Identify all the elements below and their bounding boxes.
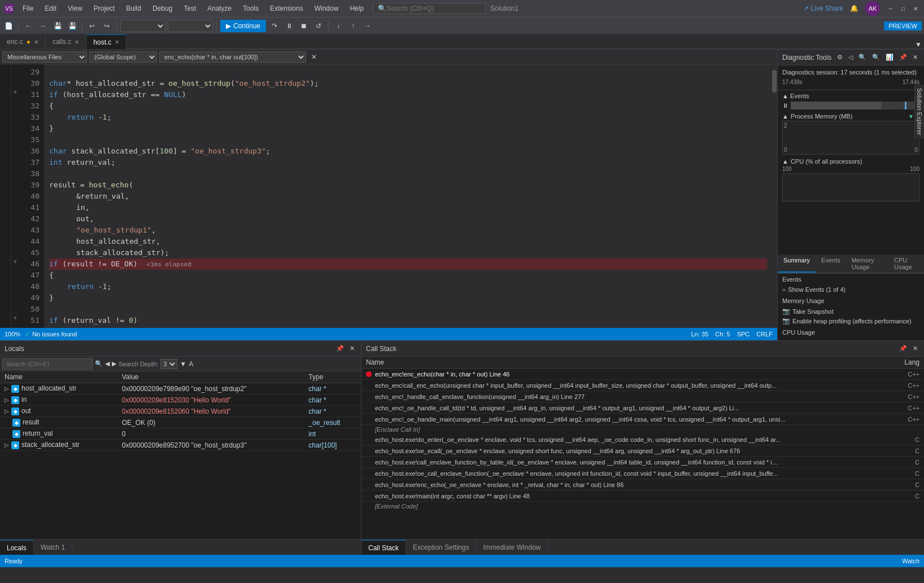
search-input[interactable]	[386, 5, 465, 12]
cs-row[interactable]: echo_enc!_oe_handle_main(unsigned __int6…	[361, 414, 924, 425]
step-over-button[interactable]: ↷	[268, 20, 281, 32]
forward-button[interactable]: →	[37, 20, 49, 32]
menu-edit[interactable]: Edit	[40, 2, 61, 15]
scroll-thumb[interactable]	[772, 70, 777, 93]
heap-profiling-btn[interactable]: 📷 Enable heap profiling (affects perform…	[782, 316, 919, 326]
table-row[interactable]: ▷◆stack_allocated_str0x00000209e8952700 …	[0, 440, 361, 451]
events-section-title[interactable]: ▲ Events	[782, 93, 919, 99]
save-button[interactable]: 💾	[51, 20, 64, 32]
tab-host-c-close[interactable]: ✕	[115, 39, 119, 45]
platform-dropdown[interactable]	[168, 20, 213, 32]
tab-exception-settings[interactable]: Exception Settings	[406, 540, 476, 555]
menu-help[interactable]: Help	[345, 2, 368, 15]
diagnostic-close-button[interactable]: ✕	[911, 54, 919, 61]
cs-row[interactable]: echo_enc!call_enc_echo(unsigned char * i…	[361, 380, 924, 391]
diagnostic-zoom-button[interactable]: 🔍	[870, 54, 882, 61]
menu-extensions[interactable]: Extensions	[265, 2, 308, 15]
locals-pin-button[interactable]: 📌	[334, 345, 346, 352]
locals-close-button[interactable]: ✕	[348, 345, 356, 352]
diagnostic-search-button[interactable]: 🔍	[857, 54, 868, 61]
diag-tab-cpu[interactable]: CPU Usage	[888, 255, 924, 273]
cs-row[interactable]: echo_host.exe!main(int argc, const char …	[361, 490, 924, 502]
menu-analyze[interactable]: Analyze	[203, 2, 236, 15]
show-events-row[interactable]: » Show Events (1 of 4)	[782, 285, 919, 294]
table-row[interactable]: ▷◆in0x00000209e8152030 "Hello World"char…	[0, 394, 361, 406]
cs-row[interactable]: echo_host.exe!oe_call_enclave_function(_…	[361, 468, 924, 479]
call-stack-pin-button[interactable]: 📌	[897, 345, 909, 352]
tab-enc-c-close[interactable]: ✕	[34, 39, 38, 45]
cs-row[interactable]: echo_host.exe!enc_echo(_oe_enclave * enc…	[361, 479, 924, 490]
preview-button[interactable]: PREVIEW	[884, 21, 922, 30]
diagnostic-chart-button[interactable]: 📊	[884, 54, 895, 61]
maximize-button[interactable]: □	[899, 5, 907, 12]
menu-file[interactable]: File	[18, 2, 38, 15]
diagnostic-nav-back[interactable]: ◁	[847, 54, 855, 61]
format-icon[interactable]: A	[189, 360, 193, 368]
cs-row[interactable]: echo_host.exe!call_enclave_function_by_t…	[361, 457, 924, 468]
minimize-button[interactable]: ─	[887, 5, 895, 12]
table-row[interactable]: ◆resultOE_OK (0)_oe_result	[0, 417, 361, 428]
cs-row[interactable]: echo_enc!_oe_handle_call_td(td * td, uns…	[361, 402, 924, 414]
config-dropdown[interactable]	[120, 20, 165, 32]
close-button[interactable]: ✕	[912, 5, 919, 12]
tab-calls-c-close[interactable]: ✕	[75, 39, 79, 45]
watch-tab-label[interactable]: Watch	[902, 558, 919, 564]
menu-test[interactable]: Test	[179, 2, 201, 15]
menu-project[interactable]: Project	[89, 2, 119, 15]
back-button[interactable]: ←	[22, 20, 34, 32]
menu-build[interactable]: Build	[121, 2, 146, 15]
search-box[interactable]: 🔍	[373, 3, 486, 14]
stop-button[interactable]: ⏹	[298, 20, 310, 32]
notifications-icon[interactable]: 🔔	[850, 5, 858, 12]
table-row[interactable]: ▷◆host_allocated_str0x00000209e7989e90 "…	[0, 383, 361, 394]
tab-enc-c[interactable]: enc.c ● ✕	[0, 34, 46, 49]
menu-tools[interactable]: Tools	[238, 2, 263, 15]
code-content[interactable]: char* host_allocated_str = oe_host_strdu…	[45, 64, 772, 328]
function-selector[interactable]: enc_echo(char * in, char out[100])	[159, 51, 306, 63]
user-avatar[interactable]: AK	[865, 1, 880, 16]
tab-host-c[interactable]: host.c ✕	[86, 34, 127, 49]
live-share-button[interactable]: ↗ Live Share	[803, 5, 843, 12]
cs-row[interactable]: echo_host.exe!do_enter(_oe_enclave * enc…	[361, 434, 924, 445]
undo-button[interactable]: ↩	[86, 20, 98, 32]
memory-section-title[interactable]: ▲ Process Memory (MB) ▼ ●	[782, 113, 919, 120]
search-depth-select[interactable]: 3	[160, 359, 177, 369]
editor-scrollbar[interactable]	[772, 64, 777, 328]
tab-watch1[interactable]: Watch 1	[34, 540, 73, 555]
continue-button[interactable]: ▶ Continue	[220, 20, 266, 32]
tab-immediate-window[interactable]: Immediate Window	[476, 540, 548, 555]
pause-button[interactable]: ⏸	[283, 20, 295, 32]
tab-calls-c[interactable]: calls.c ✕	[46, 34, 86, 49]
menu-debug[interactable]: Debug	[148, 2, 177, 15]
menu-window[interactable]: Window	[310, 2, 343, 15]
cs-row[interactable]: echo_enc!enc_echo(char * in, char * out)…	[361, 369, 924, 380]
close-editor-button[interactable]: ✕	[308, 51, 320, 63]
expand-icon[interactable]: ▷	[5, 385, 9, 392]
tab-dropdown-button[interactable]: ▼	[913, 41, 924, 49]
tab-call-stack[interactable]: Call Stack	[361, 540, 406, 555]
take-snapshot-btn[interactable]: 📷 Take Snapshot	[782, 306, 919, 316]
menu-view[interactable]: View	[63, 2, 87, 15]
filter-icon[interactable]: ▼	[180, 360, 186, 368]
locals-nav-back[interactable]: ◀	[105, 360, 110, 367]
restart-button[interactable]: ↺	[312, 20, 325, 32]
step-next-button[interactable]: →	[361, 20, 374, 32]
diagnostic-pin-button[interactable]: 📌	[897, 54, 909, 61]
locals-nav-forward[interactable]: ▶	[112, 360, 116, 367]
cs-row[interactable]: echo_enc!_handle_call_enclave_function(u…	[361, 391, 924, 402]
diag-tab-memory[interactable]: Memory Usage	[846, 255, 888, 273]
tab-locals[interactable]: Locals	[0, 540, 34, 555]
diagnostic-settings-button[interactable]: ⚙	[835, 54, 844, 61]
file-selector[interactable]: Miscellaneous Files	[2, 51, 87, 63]
cpu-section-title[interactable]: ▲ CPU (% of all processors)	[782, 158, 919, 165]
save-all-button[interactable]: 💾	[66, 20, 79, 32]
cs-row[interactable]: echo_host.exe!oe_ecall(_oe_enclave * enc…	[361, 445, 924, 457]
solution-explorer-tab[interactable]: Solution Explorer	[914, 85, 924, 139]
locals-search[interactable]	[2, 358, 93, 370]
diag-tab-summary[interactable]: Summary	[778, 255, 816, 273]
table-row[interactable]: ▷◆out0x00000209e8152060 "Hello World"cha…	[0, 406, 361, 417]
step-into-button[interactable]: ↓	[332, 20, 345, 32]
expand-icon[interactable]: ▷	[5, 397, 9, 403]
locals-search-icon[interactable]: 🔍	[95, 360, 103, 367]
redo-button[interactable]: ↪	[101, 20, 113, 32]
